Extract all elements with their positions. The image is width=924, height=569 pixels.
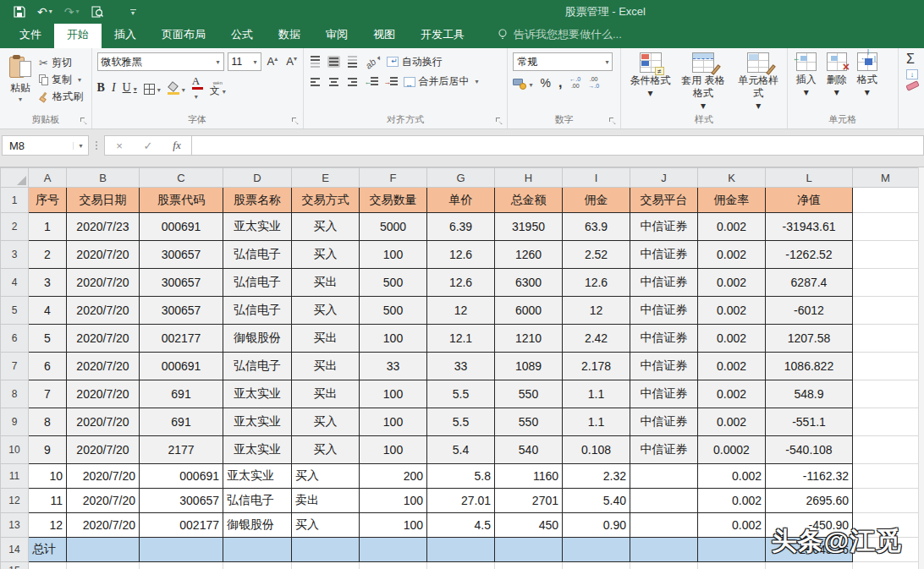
cell[interactable] [853, 562, 919, 569]
number-format-select[interactable]: 常规▾ [513, 52, 613, 71]
cell[interactable]: 买入 [292, 513, 360, 538]
row-header-10[interactable]: 10 [1, 436, 29, 464]
cell[interactable]: 6287.4 [766, 269, 853, 297]
cell[interactable]: 御银股份 [223, 513, 292, 538]
alignment-dialog-launcher-icon[interactable]: → [495, 117, 504, 126]
cell-styles-button[interactable]: 单元格样式▾ [735, 52, 782, 112]
cell[interactable]: 股票名称 [223, 188, 292, 213]
clear-eraser-icon[interactable] [905, 80, 920, 91]
cell[interactable]: 御银股份 [223, 325, 292, 353]
cell[interactable]: 净值 [766, 188, 853, 213]
cell[interactable]: 亚太实业 [223, 436, 292, 464]
cell[interactable] [292, 562, 360, 569]
cell[interactable]: 2701 [495, 489, 563, 513]
cell[interactable]: -540.108 [766, 436, 853, 464]
increase-font-button[interactable]: A▴ [265, 55, 281, 68]
cell[interactable]: -31943.61 [766, 213, 853, 241]
cut-button[interactable]: ✂剪切 [39, 56, 83, 70]
cell[interactable]: 0.002 [698, 380, 766, 408]
col-header-A[interactable]: A [29, 168, 67, 188]
cell[interactable]: 2020/7/20 [67, 436, 140, 464]
cell[interactable]: 100 [360, 380, 427, 408]
cell[interactable]: 100 [360, 436, 427, 464]
align-bottom-button[interactable] [346, 54, 359, 69]
cell[interactable]: 买出 [292, 380, 360, 408]
cell[interactable]: 弘信电子 [223, 241, 292, 269]
tab-6[interactable]: 审阅 [313, 22, 360, 48]
cell[interactable]: 股票代码 [140, 188, 223, 213]
tab-0[interactable]: 文件 [7, 22, 54, 48]
wrap-text-button[interactable]: 自动换行 [387, 55, 443, 69]
cell[interactable]: 1260 [495, 241, 563, 269]
cell[interactable]: 5.5 [427, 380, 495, 408]
cell[interactable] [698, 538, 766, 562]
cell[interactable]: 买出 [292, 325, 360, 353]
cell[interactable]: 0.002 [698, 269, 766, 297]
percent-style-button[interactable]: % [540, 76, 550, 90]
cell[interactable]: 12.6 [427, 269, 495, 297]
cell[interactable]: 2020/7/20 [67, 269, 140, 297]
cell[interactable]: 2177 [140, 436, 223, 464]
cell[interactable]: 12.1 [427, 325, 495, 353]
cell[interactable]: 买入 [292, 241, 360, 269]
cell[interactable]: 1207.58 [766, 325, 853, 353]
cell[interactable]: 000691 [140, 353, 223, 380]
align-left-button[interactable] [309, 76, 322, 88]
cell[interactable]: 6.39 [427, 213, 495, 241]
cell[interactable] [853, 297, 919, 325]
tab-8[interactable]: 开发工具 [408, 22, 477, 48]
row-header-12[interactable]: 12 [1, 489, 29, 513]
cell[interactable]: 买入 [292, 464, 360, 489]
cell[interactable]: 12.6 [427, 241, 495, 269]
cell[interactable]: 2020/7/20 [67, 513, 140, 538]
cell[interactable]: 5.8 [427, 464, 495, 489]
increase-indent-button[interactable]: → [384, 77, 398, 87]
cell[interactable]: 中信证券 [630, 297, 698, 325]
cell[interactable]: 2.42 [563, 325, 630, 353]
cell[interactable]: 6000 [495, 297, 563, 325]
cell[interactable]: 300657 [140, 241, 223, 269]
cell[interactable]: 500 [360, 269, 427, 297]
cell[interactable] [67, 538, 140, 562]
save-icon[interactable] [14, 6, 25, 18]
tab-4[interactable]: 公式 [218, 22, 266, 48]
cell[interactable]: 0.108 [563, 436, 630, 464]
row-header-4[interactable]: 4 [1, 269, 29, 297]
col-header-L[interactable]: L [766, 168, 853, 188]
cell[interactable] [140, 538, 223, 562]
insert-function-icon[interactable]: fx [162, 139, 191, 152]
cell[interactable] [292, 538, 360, 562]
cell[interactable] [29, 562, 67, 569]
col-header-F[interactable]: F [360, 168, 427, 188]
cell[interactable]: 买入 [292, 213, 360, 241]
cell[interactable]: 12 [29, 513, 67, 538]
cell[interactable] [766, 562, 853, 569]
cell[interactable]: 交易数量 [360, 188, 427, 213]
cell[interactable]: 中信证券 [630, 408, 698, 436]
cell[interactable]: 佣金 [563, 188, 630, 213]
cell[interactable]: 100 [360, 408, 427, 436]
cell[interactable]: 弘信电子 [223, 297, 292, 325]
cell[interactable]: 中信证券 [630, 325, 698, 353]
cell[interactable]: -551.1 [766, 408, 853, 436]
vertical-scrollbar[interactable] [918, 167, 924, 569]
cell[interactable] [630, 538, 698, 562]
copy-button[interactable]: 复制 [39, 73, 83, 87]
cell[interactable]: 0.002 [698, 408, 766, 436]
italic-button[interactable]: I [112, 81, 116, 95]
cell[interactable]: 中信证券 [630, 353, 698, 380]
align-middle-button[interactable] [327, 56, 340, 68]
cell[interactable]: 亚太实业 [223, 408, 292, 436]
enter-icon[interactable]: ✓ [134, 140, 162, 152]
cell[interactable]: 1160 [495, 464, 563, 489]
cell[interactable]: 2.178 [563, 353, 630, 380]
cell[interactable]: 0.002 [698, 513, 766, 538]
cell[interactable]: 2020/7/20 [67, 353, 140, 380]
align-top-button[interactable] [309, 54, 322, 69]
cell[interactable]: 100 [360, 489, 427, 513]
cell[interactable]: 亚太实业 [223, 464, 292, 489]
cell[interactable]: 4.5 [427, 513, 495, 538]
cell[interactable]: 63.9 [563, 213, 630, 241]
cell[interactable]: 550 [495, 380, 563, 408]
delete-cells-button[interactable]: × 删除▾ [827, 52, 847, 99]
